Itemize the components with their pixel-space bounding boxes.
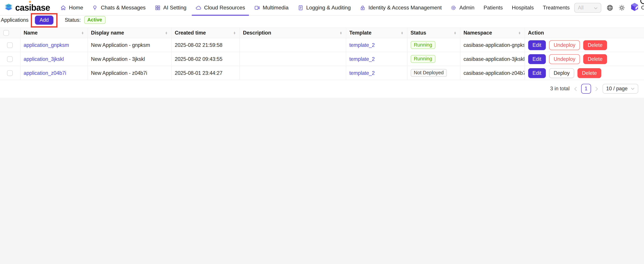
select-all-checkbox[interactable] (3, 30, 9, 36)
created-time-cell: 2025-08-02 21:59:58 (171, 38, 240, 52)
nav-item-identity-access-management[interactable]: Identity & Access Management (355, 0, 446, 15)
edit-button[interactable]: Edit (528, 54, 546, 64)
sort-icon[interactable]: ▲▼ (233, 32, 236, 34)
undeploy-button[interactable]: Undeploy (549, 54, 580, 64)
column-header-display-name[interactable]: Display name▲▼ (88, 28, 171, 38)
nav-item-label: Patients (484, 4, 503, 11)
prev-page-icon[interactable] (574, 86, 577, 91)
delete-button[interactable]: Delete (583, 54, 607, 64)
template-link[interactable]: template_2 (349, 70, 375, 76)
application-name-link[interactable]: application_3jkskl (24, 56, 64, 62)
column-header-template[interactable]: Template▲▼ (346, 28, 407, 38)
nav-item-cloud-resources[interactable]: Cloud Resources (191, 0, 250, 15)
nav-item-patients[interactable]: Patients (479, 0, 508, 15)
status-badge: Running (410, 55, 436, 63)
deploy-button[interactable]: Deploy (549, 68, 574, 78)
main-menu: Home Chats & Messages AI Setting Cloud R… (56, 0, 574, 15)
application-name-link[interactable]: application_gnpksm (24, 42, 69, 48)
column-header-action: Action (524, 28, 644, 38)
column-header-created-time[interactable]: Created time▲▼ (171, 28, 240, 38)
brand-name: casibase (15, 3, 50, 13)
description-cell (239, 66, 346, 80)
pagination: 3 in total 1 10 / page (0, 80, 644, 94)
lock-icon (360, 5, 366, 10)
edit-button[interactable]: Edit (528, 68, 546, 78)
namespace-cell: casibase-application-gnpksm (460, 38, 524, 52)
video-icon (254, 5, 260, 10)
table-header-row: Name▲▼ Display name▲▼ Created time▲▼ Des… (0, 28, 644, 38)
language-globe-icon[interactable] (606, 4, 613, 11)
nav-item-logging-auditing[interactable]: Logging & Auditing (293, 0, 355, 15)
app-viewport: </> casibase Home Chats & Messages (0, 0, 644, 264)
delete-button[interactable]: Delete (583, 40, 607, 50)
row-checkbox[interactable] (7, 70, 13, 76)
user-menu[interactable]: OrgAdmin (630, 2, 644, 13)
gear-icon (451, 5, 456, 10)
theme-sun-icon[interactable] (618, 4, 625, 11)
status-filter-badge[interactable]: Active (84, 16, 106, 24)
avatar (630, 2, 639, 13)
created-time-cell: 2025-08-01 23:44:27 (171, 66, 240, 80)
top-navigation-bar: </> casibase Home Chats & Messages (0, 0, 644, 16)
nav-item-treatments[interactable]: Treatments (538, 0, 574, 15)
user-name: OrgAdmin (641, 4, 644, 11)
edit-button[interactable]: Edit (528, 40, 546, 50)
nav-item-label: Hospitals (512, 4, 534, 11)
column-header-name[interactable]: Name▲▼ (20, 28, 88, 38)
table-row: application_gnpksm New Application - gnp… (0, 38, 644, 52)
home-icon (60, 5, 66, 10)
delete-button[interactable]: Delete (578, 68, 602, 78)
display-name-cell: New Application - gnpksm (88, 38, 171, 52)
nav-item-chats-messages[interactable]: Chats & Messages (88, 0, 150, 15)
status-badge: Not Deployed (410, 69, 447, 77)
chevron-down-icon (631, 88, 634, 90)
svg-text:</>: </> (6, 4, 10, 7)
nav-item-hospitals[interactable]: Hospitals (508, 0, 538, 15)
add-button[interactable]: Add (35, 15, 53, 24)
application-name-link[interactable]: application_z04b7i (24, 70, 66, 76)
organization-select-value: All (578, 5, 584, 10)
nav-item-label: Admin (459, 4, 474, 11)
next-page-icon[interactable] (595, 86, 598, 91)
nav-item-label: Home (69, 4, 83, 11)
page-title: Applications (1, 17, 28, 23)
nav-item-label: Identity & Access Management (368, 4, 442, 11)
chevron-down-icon (594, 5, 598, 10)
column-header-status[interactable]: Status▲▼ (407, 28, 460, 38)
applications-page: Applications Add Status: Active Name▲▼ D… (0, 16, 644, 98)
status-badge: Running (410, 41, 436, 49)
organization-select[interactable]: All (574, 3, 602, 13)
description-cell (239, 38, 346, 52)
column-header-description[interactable]: Description▲▼ (239, 28, 346, 38)
page-size-select[interactable]: 10 / page (602, 84, 638, 94)
nav-item-label: Treatments (543, 4, 570, 11)
nav-item-label: Logging & Auditing (306, 4, 351, 11)
sort-icon[interactable]: ▲▼ (454, 32, 456, 34)
row-checkbox[interactable] (7, 42, 13, 48)
description-cell (239, 52, 346, 66)
casibase-logo[interactable]: </> casibase (3, 2, 50, 13)
nav-item-multimedia[interactable]: Multimedia (250, 0, 293, 15)
applications-table: Name▲▼ Display name▲▼ Created time▲▼ Des… (0, 28, 644, 80)
log-file-icon (298, 5, 303, 10)
row-checkbox[interactable] (7, 56, 13, 62)
status-filter-label: Status: (65, 17, 81, 23)
undeploy-button[interactable]: Undeploy (549, 40, 580, 50)
column-header-namespace[interactable]: Namespace▲▼ (460, 28, 524, 38)
sort-icon[interactable]: ▲▼ (81, 32, 84, 34)
template-link[interactable]: template_2 (349, 56, 375, 62)
nav-item-home[interactable]: Home (56, 0, 88, 15)
topbar-right: All OrgAdmi (574, 2, 644, 13)
nav-item-ai-setting[interactable]: AI Setting (150, 0, 191, 15)
nav-item-admin[interactable]: Admin (446, 0, 479, 15)
sort-icon[interactable]: ▲▼ (165, 32, 168, 34)
sort-icon[interactable]: ▲▼ (518, 32, 521, 34)
template-link[interactable]: template_2 (349, 42, 375, 48)
casibase-logo-icon: </> (3, 2, 14, 13)
namespace-cell: casibase-application-3jkskl (460, 52, 524, 66)
bulb-icon (92, 5, 98, 10)
created-time-cell: 2025-08-02 09:43:55 (171, 52, 240, 66)
page-number-1[interactable]: 1 (581, 84, 591, 94)
sort-icon[interactable]: ▲▼ (401, 32, 404, 34)
sort-icon[interactable]: ▲▼ (340, 32, 342, 34)
